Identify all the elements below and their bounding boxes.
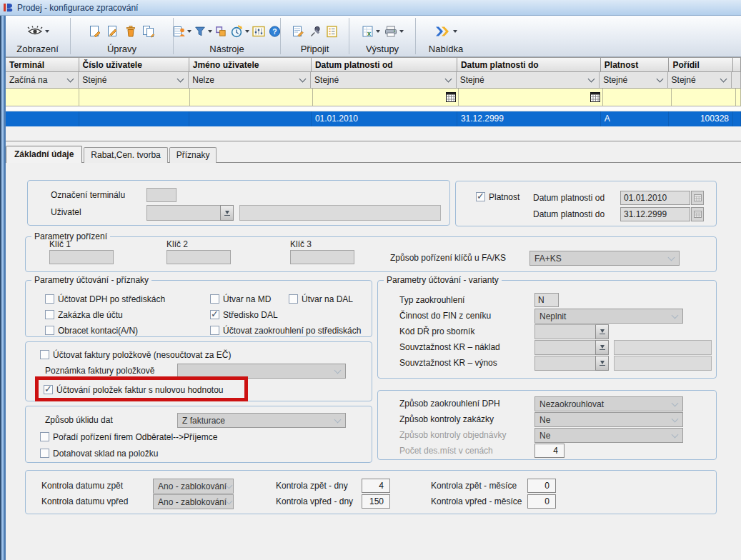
column-header-datum-do[interactable]: Datum platnosti do (457, 57, 601, 72)
combo-value: Ne (539, 431, 550, 441)
tab-priznaky[interactable]: Příznaky (169, 147, 217, 163)
checkbox-platnost[interactable]: Platnost (476, 191, 519, 202)
search-input-platnost[interactable] (603, 89, 672, 106)
checkbox-box (40, 449, 49, 458)
checkbox-stredisko-dal[interactable]: Středisko DAL (210, 309, 278, 320)
highlight-box (35, 376, 248, 401)
souvztaznost-vynos-lookup-button (595, 356, 609, 371)
history-clock-button[interactable] (229, 24, 250, 39)
search-input-jmeno-uzivatele[interactable] (190, 89, 313, 106)
kontrola-datumu-zpet-label: Kontrola datumu zpět (41, 481, 123, 491)
checkbox-obracet-kontaci[interactable]: Obracet kontaci(A/N) (45, 325, 138, 336)
calendar-icon[interactable] (446, 92, 456, 102)
cell-datum-od[interactable]: 01.01.2010 (312, 111, 457, 126)
checkbox-poradi-porizeni[interactable]: Pořadí pořízení firem Odběratel-->Příjem… (40, 431, 217, 442)
cell-datum-do[interactable]: 31.12.2999 (457, 111, 601, 126)
filter-select-platnost[interactable]: Stejné (600, 72, 667, 89)
cell-platnost[interactable]: A (601, 111, 670, 126)
cell-jmeno-uzivatele[interactable] (189, 111, 312, 126)
column-header-datum-od[interactable]: Datum platnosti od (312, 57, 457, 72)
kod-dr-field (534, 324, 596, 339)
copy-record-button[interactable] (141, 24, 156, 39)
search-input-datum-do[interactable] (459, 89, 603, 106)
checkbox-utvar-md[interactable]: Útvar na MD (210, 294, 271, 304)
tab-strip: Základní údaje Rabat,Cen. tvorba Příznak… (6, 145, 741, 163)
kontrola-vpred-dny-field[interactable]: 150 (362, 494, 390, 509)
parameters-button[interactable] (251, 24, 267, 39)
search-input-poridil[interactable] (672, 89, 736, 106)
app-icon (3, 2, 14, 13)
souvztaznost-vynos-text (614, 356, 712, 371)
cell-extra (733, 111, 741, 126)
pin-button[interactable] (308, 24, 322, 39)
checkbox-label: Útvar na DAL (302, 294, 353, 304)
poznamka-faktury-label: Poznámka faktury položkově (45, 366, 154, 376)
merge-button[interactable] (214, 24, 228, 39)
datum-od-calendar-button[interactable] (691, 191, 704, 205)
checkbox-zakazka-dle-uctu[interactable]: Zakázka dle účtu (45, 309, 123, 320)
toolbar-group-nastroje: ? Nástroje (174, 16, 279, 56)
column-header-poridil[interactable]: Pořídil (669, 57, 733, 72)
klic3-label: Klíč 3 (290, 239, 312, 249)
combo-value: Ano - zablokování (158, 481, 227, 491)
typ-zaokrouhleni-field[interactable]: N (534, 293, 559, 307)
calendar-icon (694, 211, 702, 218)
excel-export-button[interactable]: x (360, 24, 381, 39)
new-record-button[interactable] (87, 24, 103, 39)
filter-select-datum-do[interactable]: Stejné (457, 72, 600, 89)
menu-button[interactable] (434, 25, 458, 38)
datum-do-calendar-button[interactable] (691, 207, 704, 221)
search-input-datum-od[interactable] (313, 89, 459, 106)
calendar-icon[interactable] (590, 92, 600, 102)
filter-select-jmeno-uzivatele[interactable]: Nelze (189, 72, 311, 89)
filter-select-poridil[interactable]: Stejné (668, 72, 732, 89)
tasks-button[interactable] (324, 24, 339, 39)
filter-value: Stejné (82, 75, 106, 85)
column-header-jmeno-uzivatele[interactable]: Jméno uživatele (189, 57, 312, 72)
attach-note-button[interactable] (290, 24, 306, 39)
search-input-cislo-uzivatele[interactable] (79, 89, 190, 106)
records-grid: Terminál Číslo uživatele Jméno uživatele… (6, 57, 741, 142)
kontrola-zpet-mesice-field[interactable]: 0 (527, 479, 556, 493)
cell-terminal[interactable] (6, 111, 79, 126)
cell-cislo-uzivatele[interactable] (79, 111, 189, 126)
edit-record-button[interactable] (105, 24, 121, 39)
datum-platnosti-do-field[interactable]: 31.12.2999 (620, 207, 690, 221)
kontrola-zpet-dny-field[interactable]: 4 (362, 479, 390, 493)
delete-record-button[interactable] (123, 24, 139, 39)
kontrola-vpred-mesice-field[interactable]: 0 (527, 494, 556, 509)
column-header-platnost[interactable]: Platnost (601, 57, 670, 72)
checkbox-utvar-dal[interactable]: Útvar na DAL (289, 294, 353, 304)
combo-value: Neplnit (539, 311, 566, 321)
checkbox-uctovat-dph[interactable]: Účtovat DPH po střediskách (45, 294, 165, 304)
related-records-button[interactable] (171, 24, 192, 39)
tab-rabat-cen-tvorba[interactable]: Rabat,Cen. tvorba (84, 147, 167, 163)
combo-value: Z fakturace (182, 416, 225, 426)
selected-row[interactable]: 01.01.2010 31.12.2999 A 100328 (6, 111, 741, 126)
filter-select-datum-od[interactable]: Stejné (311, 72, 457, 89)
filter-select-cislo-uzivatele[interactable]: Stejné (79, 72, 189, 89)
column-header-cislo-uzivatele[interactable]: Číslo uživatele (79, 57, 189, 72)
print-button[interactable] (383, 24, 404, 39)
calendar-icon (694, 194, 702, 201)
dropdown-caret-icon (245, 30, 249, 33)
checkbox-uctovat-zaokrouhleni[interactable]: Účtovat zaokrouhlení po střediskách (210, 325, 361, 336)
column-header-terminal[interactable]: Terminál (6, 57, 79, 72)
filter-extra (732, 72, 741, 89)
view-button[interactable] (26, 25, 50, 38)
search-input-terminal[interactable] (6, 89, 79, 106)
filter-select-terminal[interactable]: Začíná na (6, 72, 79, 89)
checkbox-dotahovat-sklad[interactable]: Dotahovat sklad na položku (40, 448, 158, 459)
zpusob-kontroly-objednavky-label: Způsob kontroly objednávky (399, 430, 506, 440)
related-records-icon (172, 25, 186, 38)
datum-platnosti-od-field[interactable]: 01.01.2010 (620, 191, 690, 205)
checkbox-uctovat-faktury-polozkove[interactable]: Účtovat faktury položkově (nesoučtovat z… (40, 349, 231, 360)
filter-button[interactable] (193, 24, 213, 38)
cell-poridil[interactable]: 100328 (669, 111, 733, 126)
pocet-des-mist-field[interactable]: 4 (534, 444, 565, 458)
toolbar-separator (349, 18, 349, 54)
tab-zakladni-udaje[interactable]: Základní údaje (6, 146, 82, 163)
combo-value: Ne (539, 415, 550, 425)
checkbox-label: Pořadí pořízení firem Odběratel-->Příjem… (53, 432, 217, 442)
kontrola-vpred-dny-label: Kontrola vpřed - dny (276, 496, 353, 506)
